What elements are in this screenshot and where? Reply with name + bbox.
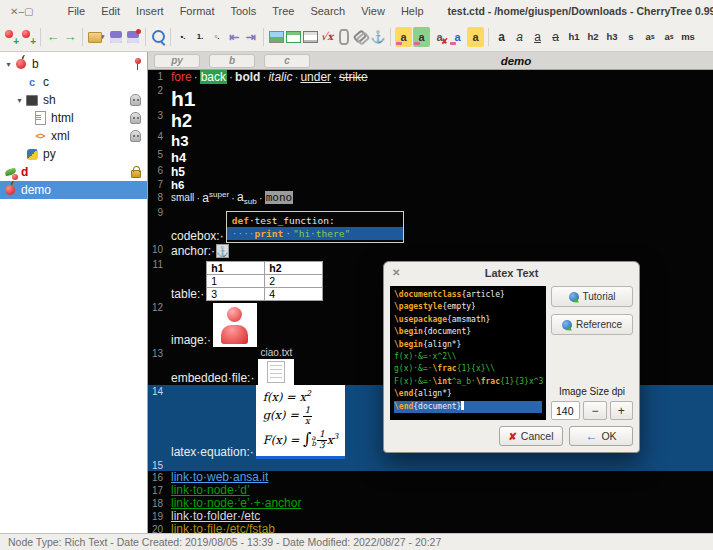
line-number: 20	[148, 523, 167, 533]
go-forward-icon[interactable]: →	[62, 27, 78, 47]
superscript-icon[interactable]: as	[641, 27, 659, 47]
h2-icon[interactable]: h2	[584, 27, 602, 47]
indent-left-icon[interactable]: ⇤	[226, 27, 242, 47]
toolbar-separator	[82, 28, 83, 46]
menu-insert[interactable]: Insert	[128, 5, 172, 17]
add-subnode-icon[interactable]	[20, 27, 36, 47]
close-window-button[interactable]: ✕	[10, 6, 18, 17]
attach-file-icon[interactable]	[336, 27, 352, 47]
link-file-fstab[interactable]: link·to·file·/etc/fstab	[171, 522, 275, 533]
node-header: py b c demo	[148, 52, 713, 70]
tree-item-c[interactable]: cc	[0, 73, 147, 91]
subscript-icon[interactable]: as	[660, 27, 678, 47]
ok-button[interactable]: ←OK	[569, 426, 633, 446]
embedded-file[interactable]: ciao.txt	[258, 347, 294, 385]
link-node-d[interactable]: link·to·node·‘d’	[171, 483, 250, 497]
monospace-icon[interactable]: ms	[679, 27, 697, 47]
tree-item-html[interactable]: html	[0, 109, 147, 127]
h1-icon[interactable]: h1	[565, 27, 583, 47]
open-file-icon[interactable]: ▾	[87, 27, 107, 47]
link-folder-etc[interactable]: link·to·folder·/etc	[171, 509, 260, 523]
save-icon[interactable]	[108, 27, 124, 47]
strikethrough-icon[interactable]: a	[547, 27, 564, 47]
line-number: 1	[148, 70, 167, 84]
dialog-close-icon[interactable]: ✕	[392, 267, 400, 278]
highlight-icon[interactable]: a	[467, 27, 484, 47]
title-bar: ✕ – ▢ FileEditInsertFormatToolsTreeSearc…	[0, 0, 713, 22]
embedded-table[interactable]: h1h2 1234	[206, 261, 323, 301]
tree-item-sh[interactable]: ▾sh	[0, 91, 147, 109]
menu-help[interactable]: Help	[393, 5, 432, 17]
insert-latex-icon[interactable]: √x	[319, 27, 335, 47]
bold-icon[interactable]: a	[493, 27, 510, 47]
recent-node-button-py[interactable]: py	[154, 54, 200, 68]
space-dot: ·	[262, 70, 266, 84]
latex-eq-3: F(x) = ∫ab13x3	[263, 429, 339, 451]
latex-code-line: \begin{align*}	[394, 339, 542, 351]
space-dot: ·	[231, 191, 235, 205]
insert-anchor-icon[interactable]: ⚓	[370, 27, 386, 47]
maximize-window-button[interactable]: ▢	[24, 6, 33, 17]
fg-color-icon[interactable]: a	[395, 27, 412, 47]
indent-right-icon[interactable]: ⇥	[243, 27, 259, 47]
tutorial-button[interactable]: Tutorial	[551, 286, 633, 307]
latex-preview[interactable]: f(x) = x2 g(x) = 1x F(x) = ∫ab13x3	[256, 385, 346, 459]
underline-icon[interactable]: a	[529, 27, 546, 47]
latex-code-area[interactable]: \documentclass{article}\pagestyle{empty}…	[390, 286, 546, 420]
line-number: 8	[148, 191, 167, 206]
insert-image-icon[interactable]	[268, 27, 284, 47]
link-web[interactable]: link·to·web·ansa.it	[171, 470, 268, 484]
tree-item-xml[interactable]: <>xml	[0, 127, 147, 145]
codebox[interactable]: def·test_function: ····print·"hi·there"	[226, 211, 404, 243]
menu-view[interactable]: View	[353, 5, 393, 17]
menu-tree[interactable]: Tree	[264, 5, 302, 17]
expander-icon[interactable]: ▾	[14, 96, 25, 105]
recent-node-button-b[interactable]: b	[209, 54, 255, 68]
tree-panel[interactable]: ▾bcc▾shhtml<>xmlpyddemo	[0, 52, 148, 533]
recent-node-button-c[interactable]: c	[264, 54, 310, 68]
h3-icon[interactable]: h3	[603, 27, 621, 47]
code-text: ·test_function:	[249, 215, 335, 226]
clear-format-icon[interactable]: a	[431, 27, 448, 47]
numbered-list-icon[interactable]: 1.	[192, 27, 208, 47]
toolbar-separator	[170, 28, 171, 46]
link-node-e-anchor[interactable]: link·to·node·‘e’·+·anchor	[171, 496, 301, 510]
expander-icon[interactable]: ▾	[3, 60, 14, 69]
embedded-file-name: ciao.txt	[261, 347, 293, 358]
anchor-icon[interactable]: ⚓	[216, 244, 229, 258]
lock-icon	[131, 170, 141, 178]
menu-file[interactable]: File	[59, 5, 93, 17]
bg-color-icon[interactable]: a	[413, 27, 430, 47]
leaf-node-icon	[3, 165, 17, 179]
cancel-button[interactable]: ✘Cancel	[499, 426, 563, 446]
globe-icon	[569, 292, 579, 302]
dpi-increase-button[interactable]: +	[610, 401, 633, 420]
tree-item-py[interactable]: py	[0, 145, 147, 163]
tree-item-b[interactable]: ▾b	[0, 55, 147, 73]
embedded-image[interactable]	[213, 303, 257, 347]
tree-item-d[interactable]: d	[0, 163, 147, 181]
dpi-decrease-button[interactable]: −	[583, 401, 606, 420]
go-back-icon[interactable]: ←	[45, 27, 61, 47]
text-style-icon[interactable]: a	[449, 27, 466, 47]
tree-item-demo[interactable]: demo	[0, 181, 147, 199]
dpi-value-field[interactable]: 140	[551, 401, 580, 420]
small-icon[interactable]: s	[622, 27, 640, 47]
toolbar-separator	[390, 28, 391, 46]
save-as-icon[interactable]	[125, 27, 141, 47]
todo-list-icon[interactable]: ▫.	[209, 27, 225, 47]
bullet-list-icon[interactable]: •.	[175, 27, 191, 47]
reference-button[interactable]: Reference	[551, 314, 633, 335]
menu-tools[interactable]: Tools	[222, 5, 264, 17]
insert-link-icon[interactable]	[353, 27, 369, 47]
editor-line: 8 small·asuper·asub·mono	[148, 191, 713, 206]
menu-edit[interactable]: Edit	[93, 5, 128, 17]
menu-search[interactable]: Search	[302, 5, 353, 17]
insert-table-icon[interactable]	[285, 27, 301, 47]
find-node-icon[interactable]	[150, 27, 166, 47]
italic-icon[interactable]: a	[511, 27, 528, 47]
latex-code-line: \begin{document}	[394, 326, 542, 338]
add-node-icon[interactable]	[3, 27, 19, 47]
insert-codebox-icon[interactable]	[302, 27, 318, 47]
menu-format[interactable]: Format	[172, 5, 223, 17]
